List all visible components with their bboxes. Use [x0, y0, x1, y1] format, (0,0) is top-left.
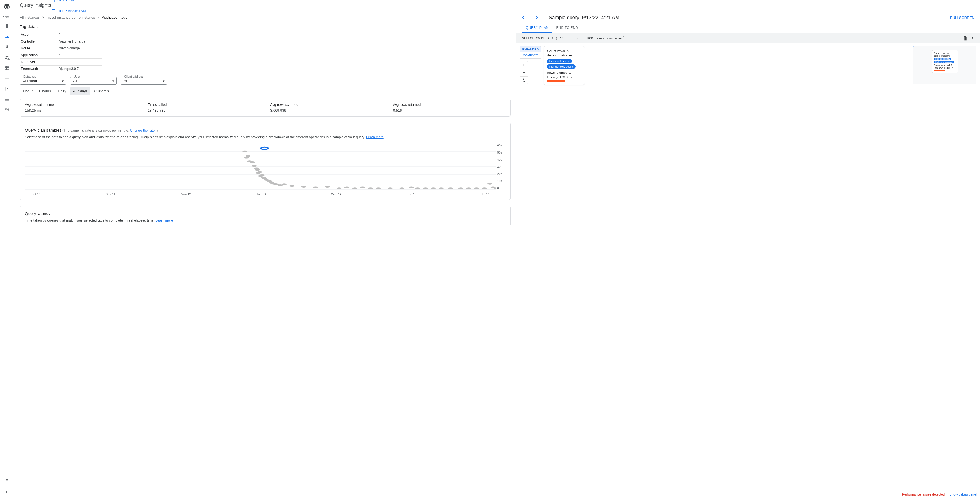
svg-point-49: [474, 187, 479, 189]
svg-point-47: [458, 187, 463, 189]
minimap-node: Count rows in demo_customer Highest late…: [932, 50, 958, 73]
panel-description: Select one of the dots to see a query pl…: [25, 135, 505, 140]
view-expanded-button[interactable]: EXPANDED: [520, 46, 541, 53]
tag-detail-row: Framework'django:3.0.7': [20, 65, 102, 72]
dropdown-arrow-icon: ▾: [62, 79, 64, 83]
badge-highest-latency: Highest latency: [547, 59, 572, 63]
svg-point-32: [325, 186, 330, 187]
import-icon[interactable]: [5, 45, 10, 50]
next-sample-button[interactable]: [533, 14, 541, 21]
stat-block: Avg execution time158.25 ms: [20, 103, 143, 112]
svg-point-43: [423, 187, 428, 189]
show-debug-link[interactable]: Show debug panel: [950, 493, 977, 496]
copy-link-button[interactable]: COPY LINK: [51, 0, 975, 2]
node-title: Count rows in demo_customer: [547, 49, 582, 57]
svg-point-34: [344, 187, 349, 188]
timerange-1-hour[interactable]: 1 hour: [20, 88, 35, 95]
tab-end-to-end[interactable]: END TO END: [552, 23, 582, 33]
tag-detail-row: Action' ': [20, 31, 102, 38]
svg-point-12: [252, 165, 257, 167]
node-latency: Latency: 103.88 s: [547, 75, 582, 79]
svg-point-33: [337, 187, 342, 189]
dropdown-arrow-icon: ▾: [163, 79, 165, 83]
timerange-custom[interactable]: Custom ▾: [91, 88, 112, 95]
svg-point-8: [244, 156, 249, 158]
learn-more-link[interactable]: Learn more: [155, 219, 173, 222]
list-icon[interactable]: [5, 97, 10, 102]
tag-details-heading: Tag details: [20, 24, 511, 29]
branch-icon[interactable]: [5, 86, 10, 92]
node-rows-returned: Rows returned: 1: [547, 71, 582, 74]
copy-sql-icon[interactable]: [963, 36, 967, 41]
svg-point-23: [267, 180, 272, 182]
breadcrumb: All instances › mysql-instance-demo-inst…: [20, 15, 511, 20]
svg-point-16: [257, 171, 262, 173]
svg-point-46: [448, 187, 453, 189]
dropdown-arrow-icon: ▾: [112, 79, 114, 83]
svg-point-11: [250, 161, 255, 163]
panel-description: Time taken by queries that match your se…: [25, 218, 505, 223]
prev-sample-button[interactable]: [520, 14, 527, 21]
tag-detail-row: Application' ': [20, 52, 102, 59]
clipboard-icon[interactable]: [5, 479, 10, 484]
svg-point-31: [313, 187, 318, 188]
plan-minimap[interactable]: Count rows in demo_customer Highest late…: [913, 46, 976, 85]
performance-warning: Performance issues detected!: [902, 493, 946, 496]
table-icon[interactable]: [5, 65, 10, 71]
zoom-reset-button[interactable]: [520, 77, 528, 84]
svg-point-37: [368, 187, 373, 189]
chevron-right-icon: ›: [98, 15, 99, 20]
breadcrumb-item[interactable]: mysql-instance-demo-instance: [46, 15, 95, 19]
database-select[interactable]: Database workload ▾: [20, 77, 66, 85]
svg-point-28: [282, 184, 286, 185]
storage-icon[interactable]: [5, 76, 10, 81]
product-logo-icon: [3, 3, 11, 10]
timerange-7-days[interactable]: ✓ 7 days: [70, 88, 90, 95]
client-address-select[interactable]: Client address All ▾: [121, 77, 167, 85]
insights-icon[interactable]: [5, 34, 10, 40]
svg-point-42: [415, 187, 420, 189]
check-icon: ✓: [73, 89, 76, 93]
sql-text: SELECT COUNT ( * ) AS `__count` FROM `de…: [522, 37, 963, 40]
zoom-in-button[interactable]: +: [520, 61, 528, 69]
svg-point-48: [466, 187, 471, 189]
expand-sql-icon[interactable]: [971, 36, 975, 41]
view-compact-button[interactable]: COMPACT: [520, 53, 541, 58]
svg-point-36: [360, 187, 365, 188]
plan-node[interactable]: Count rows in demo_customer Highest late…: [544, 46, 585, 85]
chevron-right-icon: ›: [43, 15, 44, 20]
query-plan-samples-panel: Query plan samples (The sampling rate is…: [20, 123, 511, 200]
tag-details-table: Action' 'Controller'payment_charge'Route…: [20, 31, 102, 72]
panel-title: Query latency: [25, 211, 51, 216]
plan-canvas[interactable]: EXPANDED COMPACT + − Count rows in de: [516, 43, 980, 498]
plan-view-toggle: EXPANDED COMPACT: [520, 46, 541, 59]
timerange-1-day[interactable]: 1 day: [55, 88, 69, 95]
badge-highest-row-count: Highest row count: [547, 64, 575, 69]
breadcrumb-item[interactable]: All instances: [20, 15, 40, 19]
tag-detail-row: Route'demo/charge': [20, 45, 102, 52]
topbar: Query insights COPY LINK HELP ASSISTANT: [14, 0, 980, 11]
change-rate-link[interactable]: Change the rate.: [130, 129, 156, 132]
collapse-icon[interactable]: [5, 489, 10, 495]
stat-block: Times called18,435,735: [143, 103, 266, 112]
samples-scatter-chart[interactable]: 60s50s40s30s20s10s0 Sat 10Sun 11Mon 12Tu…: [25, 144, 505, 196]
svg-point-40: [399, 187, 404, 189]
users-icon[interactable]: [5, 55, 10, 60]
svg-point-20: [262, 177, 267, 179]
svg-point-18: [259, 174, 264, 176]
svg-point-44: [431, 187, 436, 189]
zoom-out-button[interactable]: −: [520, 69, 528, 77]
tune-icon[interactable]: [5, 107, 10, 112]
learn-more-link[interactable]: Learn more: [366, 135, 384, 139]
svg-point-54: [261, 147, 268, 150]
bookmark-icon[interactable]: [5, 24, 10, 29]
svg-point-39: [388, 187, 393, 189]
stat-block: Avg rows scanned3,069.936: [265, 103, 388, 112]
svg-point-7: [242, 150, 247, 152]
fullscreen-button[interactable]: FULLSCREEN: [950, 16, 975, 20]
timerange-6-hours[interactable]: 6 hours: [37, 88, 54, 95]
user-select[interactable]: User All ▾: [70, 77, 117, 85]
svg-point-14: [255, 169, 260, 171]
tab-query-plan[interactable]: QUERY PLAN: [522, 23, 552, 33]
left-pane: All instances › mysql-instance-demo-inst…: [14, 11, 516, 498]
